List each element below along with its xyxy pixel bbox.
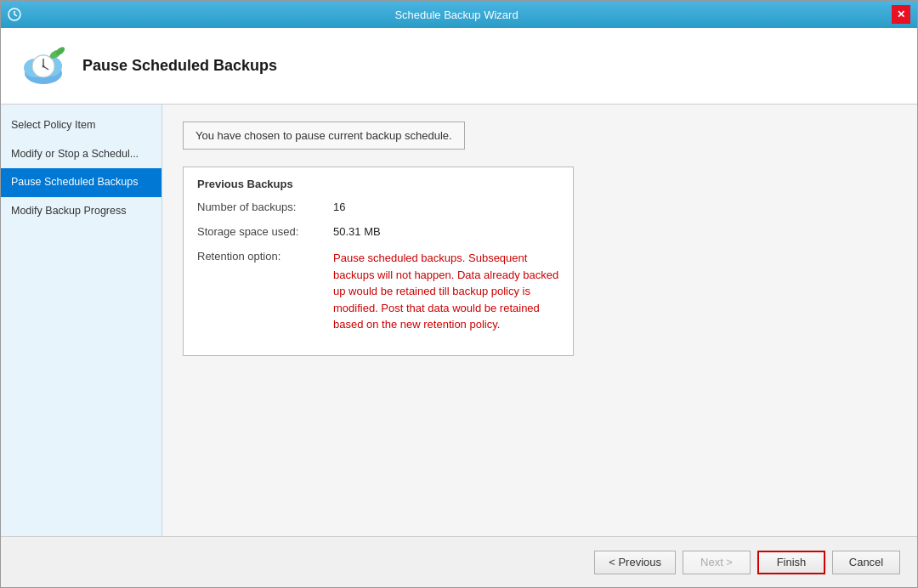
sidebar-item-modify-progress[interactable]: Modify Backup Progress bbox=[1, 197, 162, 226]
backup-row-storage: Storage space used: 50.31 MB bbox=[197, 225, 559, 238]
next-button[interactable]: Next > bbox=[683, 551, 751, 574]
backup-value-count: 16 bbox=[333, 201, 345, 213]
backup-value-retention: Pause scheduled backups. Subsequent back… bbox=[333, 250, 559, 333]
main-panel: You have chosen to pause current backup … bbox=[162, 105, 917, 536]
svg-point-9 bbox=[42, 65, 45, 67]
backup-value-storage: 50.31 MB bbox=[333, 225, 381, 238]
backup-label-retention: Retention option: bbox=[197, 250, 333, 263]
close-button[interactable]: ✕ bbox=[892, 5, 910, 24]
sidebar: Select Policy Item Modify or Stop a Sche… bbox=[1, 105, 162, 536]
wizard-header-icon bbox=[18, 41, 69, 92]
backups-box: Previous Backups Number of backups: 16 S… bbox=[183, 167, 574, 356]
notice-box: You have chosen to pause current backup … bbox=[183, 122, 465, 150]
sidebar-item-select-policy[interactable]: Select Policy Item bbox=[1, 111, 162, 140]
sidebar-item-pause-backups[interactable]: Pause Scheduled Backups bbox=[1, 168, 162, 197]
page-title: Pause Scheduled Backups bbox=[82, 57, 277, 75]
title-bar: Schedule Backup Wizard ✕ bbox=[1, 1, 917, 28]
backup-label-storage: Storage space used: bbox=[197, 225, 333, 238]
finish-button[interactable]: Finish bbox=[757, 551, 825, 574]
wizard-window: Schedule Backup Wizard ✕ bbox=[0, 0, 918, 588]
sidebar-item-modify-stop[interactable]: Modify or Stop a Schedul... bbox=[1, 140, 162, 169]
wizard-body: Select Policy Item Modify or Stop a Sche… bbox=[1, 105, 917, 536]
title-bar-controls: ✕ bbox=[892, 5, 910, 24]
backup-row-count: Number of backups: 16 bbox=[197, 201, 559, 213]
previous-button[interactable]: < Previous bbox=[594, 551, 676, 574]
wizard-footer: < Previous Next > Finish Cancel bbox=[1, 536, 917, 587]
cancel-button[interactable]: Cancel bbox=[832, 551, 900, 574]
wizard-header: Pause Scheduled Backups bbox=[1, 28, 917, 105]
backup-row-retention: Retention option: Pause scheduled backup… bbox=[197, 250, 559, 333]
backups-section-title: Previous Backups bbox=[197, 178, 559, 190]
notice-text: You have chosen to pause current backup … bbox=[196, 129, 452, 142]
app-icon bbox=[8, 8, 21, 21]
backup-label-count: Number of backups: bbox=[197, 201, 333, 213]
window-title: Schedule Backup Wizard bbox=[21, 8, 892, 21]
